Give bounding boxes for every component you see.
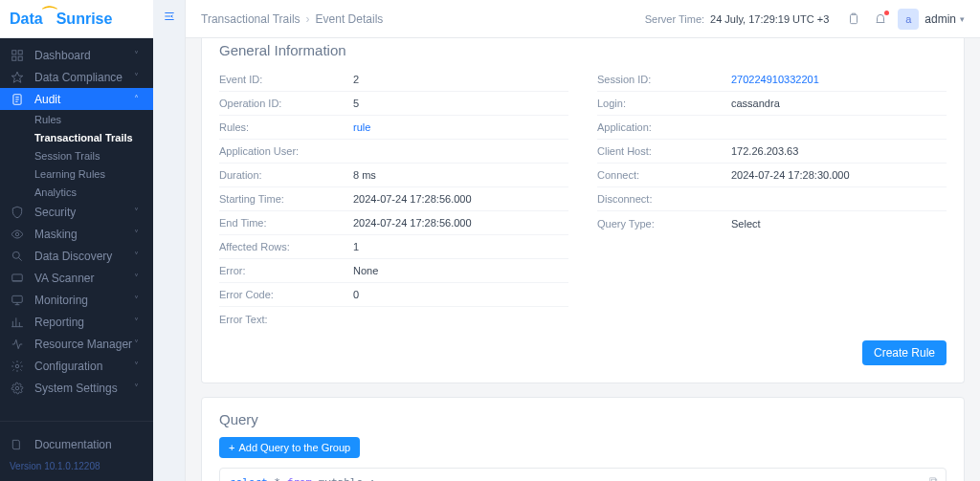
sidebar-item-documentation[interactable]: Documentation (10, 433, 144, 455)
info-row: Login:cassandra (597, 92, 947, 116)
chevron-down-icon: ˅ (134, 273, 144, 283)
info-row: Operation ID:5 (219, 92, 568, 116)
sidebar-item-security[interactable]: Security˅ (0, 201, 153, 223)
info-row: Event ID:2 (219, 68, 568, 92)
plus-icon: + (229, 442, 234, 453)
dashboard-icon (10, 48, 25, 63)
content: General Information Event ID:2Operation … (186, 38, 980, 481)
info-key: Application User: (219, 145, 353, 157)
chevron-down-icon: ˅ (134, 207, 144, 217)
create-rule-button[interactable]: Create Rule (862, 340, 947, 365)
info-value[interactable]: 270224910332201 (731, 74, 819, 85)
info-value: 2024-07-24 17:28:56.000 (353, 193, 472, 205)
info-value: Select (731, 218, 761, 230)
bell-icon[interactable] (867, 6, 894, 33)
user-name[interactable]: admin (924, 12, 956, 26)
sidebar-subitem-rules[interactable]: Rules (34, 110, 153, 128)
sidebar: Data⌒Sunrise Dashboard˅Data Compliance˅A… (0, 0, 153, 481)
discovery-icon (10, 249, 25, 264)
chevron-up-icon: ˄ (134, 94, 144, 104)
sidebar-subitem-session-trails[interactable]: Session Trails (34, 146, 153, 164)
info-value[interactable]: rule (353, 121, 370, 133)
info-value: 0 (353, 289, 359, 300)
sidebar-item-reporting[interactable]: Reporting˅ (0, 311, 153, 333)
info-row: Connect:2024-07-24 17:28:30.000 (597, 164, 947, 187)
info-value: 2024-07-24 17:28:30.000 (731, 169, 850, 181)
chevron-down-icon: ˅ (134, 50, 144, 60)
collapse-rail (153, 0, 186, 481)
info-row: Query Type:Select (597, 211, 947, 235)
sidebar-item-label: System Settings (34, 382, 134, 395)
sidebar-item-data-compliance[interactable]: Data Compliance˅ (0, 66, 153, 88)
sidebar-item-label: Learning Rules (34, 168, 144, 180)
clipboard-icon[interactable] (840, 6, 867, 33)
sidebar-item-label: Audit (34, 93, 134, 106)
sidebar-item-label: Resource Manager (34, 338, 134, 351)
info-key: Disconnect: (597, 193, 731, 205)
info-row: Error Code:0 (219, 283, 568, 307)
sidebar-item-label: Rules (34, 114, 144, 125)
info-value: 2 (353, 74, 359, 85)
info-key: Error Code: (219, 289, 353, 300)
svg-rect-3 (18, 56, 22, 60)
sidebar-item-label: Monitoring (34, 294, 134, 307)
reporting-icon (10, 315, 25, 330)
info-key: Duration: (219, 169, 353, 181)
info-row: Application: (597, 116, 947, 140)
sidebar-item-audit[interactable]: Audit˄ (0, 88, 153, 110)
svg-rect-12 (851, 14, 858, 23)
topbar: Transactional Trails › Event Details Ser… (186, 0, 980, 38)
resource-icon (10, 337, 25, 352)
info-row: Rules:rule (219, 116, 568, 140)
sidebar-item-configuration[interactable]: Configuration˅ (0, 355, 153, 377)
chevron-down-icon: ˅ (134, 317, 144, 327)
info-key: End Time: (219, 217, 353, 229)
chevron-down-icon: ˅ (134, 383, 144, 393)
server-time-value: 24 July, 17:29:19 UTC +3 (710, 13, 829, 25)
breadcrumb-item[interactable]: Transactional Trails (201, 12, 301, 26)
settings-icon (10, 381, 25, 396)
sidebar-item-dashboard[interactable]: Dashboard˅ (0, 44, 153, 66)
info-row: Affected Rows:1 (219, 235, 568, 259)
avatar[interactable]: a (898, 9, 919, 30)
button-label: Add Query to the Group (238, 442, 350, 453)
info-key: Starting Time: (219, 193, 353, 205)
info-value: 8 ms (353, 169, 376, 181)
query-card: Query + Add Query to the Group ⧉ select … (201, 397, 965, 481)
sidebar-item-label: Session Trails (34, 150, 144, 162)
compliance-icon (10, 70, 25, 85)
info-key: Session ID: (597, 74, 731, 85)
sql-keyword: from (287, 476, 313, 481)
sidebar-item-label: Data Discovery (34, 250, 134, 263)
sidebar-item-monitoring[interactable]: Monitoring˅ (0, 289, 153, 311)
chevron-down-icon[interactable]: ▾ (960, 14, 965, 24)
sidebar-subitem-analytics[interactable]: Analytics (34, 183, 153, 201)
collapse-toggle-icon[interactable] (163, 10, 176, 26)
info-row: Error Text: (219, 307, 568, 331)
sidebar-subitem-transactional-trails[interactable]: Transactional Trails (34, 128, 153, 146)
info-key: Query Type: (597, 218, 731, 230)
sql-text: mytable ; (312, 476, 375, 481)
sidebar-item-label: Data Compliance (34, 71, 134, 84)
svg-rect-1 (18, 50, 22, 54)
sidebar-item-label: Analytics (34, 186, 144, 198)
logo[interactable]: Data⌒Sunrise (0, 0, 153, 38)
sidebar-item-resource-manager[interactable]: Resource Manager˅ (0, 333, 153, 355)
sidebar-subitem-learning-rules[interactable]: Learning Rules (34, 164, 153, 183)
chevron-down-icon: ˅ (134, 295, 144, 305)
sidebar-item-label: Reporting (34, 316, 134, 329)
add-query-to-group-button[interactable]: + Add Query to the Group (219, 437, 360, 458)
info-row: Application User: (219, 140, 568, 164)
info-row: Session ID:270224910332201 (597, 68, 947, 92)
info-row: Error:None (219, 259, 568, 283)
sidebar-item-system-settings[interactable]: System Settings˅ (0, 377, 153, 399)
sidebar-item-data-discovery[interactable]: Data Discovery˅ (0, 245, 153, 267)
sidebar-item-va-scanner[interactable]: VA Scanner˅ (0, 267, 153, 289)
nav: Dashboard˅Data Compliance˅Audit˄RulesTra… (0, 38, 153, 415)
sidebar-item-masking[interactable]: Masking˅ (0, 223, 153, 245)
logo-part2: Sunrise (56, 11, 113, 27)
svg-rect-2 (12, 56, 16, 60)
monitoring-icon (10, 293, 25, 308)
copy-icon[interactable]: ⧉ (929, 474, 938, 481)
logo-part1: Data (10, 11, 43, 27)
